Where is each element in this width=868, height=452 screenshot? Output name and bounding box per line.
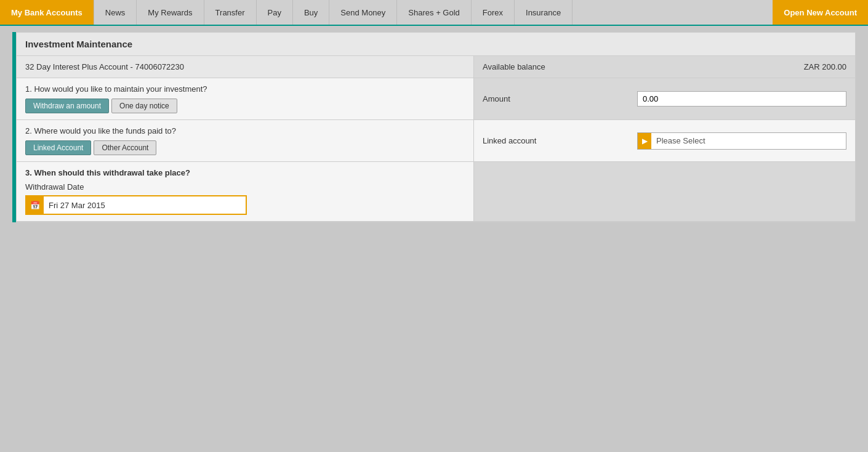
section3-left: 3. When should this withdrawal take plac… (17, 162, 473, 221)
available-balance-panel: Available balance ZAR 200.00 (473, 56, 855, 78)
calendar-icon: 📅 (26, 196, 44, 214)
section1-left: 1. How would you like to maintain your i… (17, 78, 473, 119)
amount-input[interactable] (637, 91, 846, 107)
linked-account-select-wrapper[interactable]: ▶ Please Select (637, 132, 846, 150)
section1-question: 1. How would you like to maintain your i… (25, 84, 465, 94)
account-info-row: 32 Day Interest Plus Account - 740060722… (17, 56, 855, 78)
form-title: Investment Maintenance (17, 33, 855, 56)
withdrawal-date-label: Withdrawal Date (25, 182, 465, 192)
linked-account-label: Linked account (483, 136, 637, 145)
select-icon: ▶ (638, 133, 651, 149)
nav-item-send-money[interactable]: Send Money (329, 0, 397, 25)
nav-item-news[interactable]: News (94, 0, 137, 25)
nav-bar: My Bank Accounts News My Rewards Transfe… (0, 0, 868, 26)
amount-label: Amount (483, 94, 637, 103)
open-new-account-button[interactable]: Open New Account (773, 0, 868, 25)
nav-item-pay[interactable]: Pay (257, 0, 293, 25)
one-day-notice-button[interactable]: One day notice (111, 99, 177, 113)
nav-item-insurance[interactable]: Insurance (515, 0, 573, 25)
form-panel: Investment Maintenance 32 Day Interest P… (16, 32, 856, 222)
empty-background (0, 228, 868, 452)
section3-question: 3. When should this withdrawal take plac… (25, 168, 465, 177)
linked-account-button[interactable]: Linked Account (25, 140, 91, 155)
section2-question: 2. Where would you like the funds paid t… (25, 126, 465, 135)
section2-btn-group: Linked Account Other Account (25, 140, 465, 155)
page-wrapper: Investment Maintenance 32 Day Interest P… (12, 32, 856, 222)
section1-row: 1. How would you like to maintain your i… (17, 78, 855, 120)
other-account-button[interactable]: Other Account (94, 140, 156, 155)
nav-item-my-bank-accounts[interactable]: My Bank Accounts (0, 0, 94, 25)
section2-right: Linked account ▶ Please Select (473, 120, 855, 161)
withdraw-amount-button[interactable]: Withdraw an amount (25, 99, 109, 113)
section3-right (473, 162, 855, 221)
section1-btn-group: Withdraw an amount One day notice (25, 99, 465, 113)
nav-item-buy[interactable]: Buy (293, 0, 329, 25)
account-name: 32 Day Interest Plus Account - 740060722… (17, 56, 473, 78)
nav-item-forex[interactable]: Forex (472, 0, 515, 25)
date-input-wrapper: 📅 (25, 195, 247, 215)
withdrawal-date-input[interactable] (44, 198, 246, 212)
section2-row: 2. Where would you like the funds paid t… (17, 120, 855, 162)
available-balance-value: ZAR 200.00 (804, 62, 846, 71)
available-balance-label: Available balance (483, 62, 804, 71)
section2-left: 2. Where would you like the funds paid t… (17, 120, 473, 161)
section3-row: 3. When should this withdrawal take plac… (17, 162, 855, 222)
nav-item-transfer[interactable]: Transfer (204, 0, 257, 25)
nav-item-my-rewards[interactable]: My Rewards (137, 0, 204, 25)
section1-right: Amount (473, 78, 855, 119)
linked-account-select[interactable]: Please Select (651, 134, 846, 148)
nav-item-shares-gold[interactable]: Shares + Gold (397, 0, 471, 25)
